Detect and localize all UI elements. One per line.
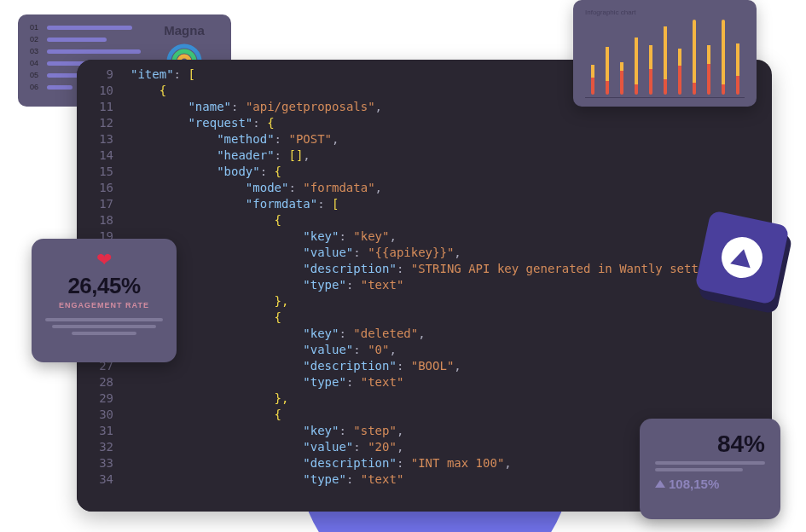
code-line: "mode": "formdata", xyxy=(130,180,758,196)
row-bar xyxy=(47,38,107,42)
bar-row: 01 xyxy=(30,23,149,32)
line-number: 16 xyxy=(77,180,113,196)
badge-circle xyxy=(718,234,767,282)
code-line: "body": { xyxy=(130,164,758,180)
line-number: 34 xyxy=(77,471,113,488)
heart-icon: ❤ xyxy=(45,251,163,269)
engagement-rate-card: ❤ 26,45% ENGAGEMENT RATE xyxy=(32,239,177,362)
code-line: "value": "0", xyxy=(130,342,758,358)
code-line: }, xyxy=(130,390,758,407)
line-number: 14 xyxy=(77,147,113,164)
chart-bar xyxy=(591,20,594,95)
line-number: 30 xyxy=(77,407,113,423)
line-number: 32 xyxy=(77,439,113,455)
triangle-up-icon xyxy=(730,247,754,269)
chart-bar xyxy=(606,20,609,95)
engagement-label: ENGAGEMENT RATE xyxy=(45,301,163,309)
code-line: "description": "STRING API key generated… xyxy=(130,261,758,277)
bar-row: 02 xyxy=(30,35,149,43)
row-number: 04 xyxy=(30,59,40,67)
chart-bar xyxy=(707,20,710,95)
chart-axis xyxy=(585,97,745,98)
percent-sub: 108,15% xyxy=(655,477,765,491)
line-number: 29 xyxy=(77,390,113,407)
row-number: 01 xyxy=(30,23,40,32)
line-number: 33 xyxy=(77,455,113,471)
line-number: 17 xyxy=(77,196,113,212)
code-line: "method": "POST", xyxy=(130,131,758,147)
triangle-badge-cube xyxy=(695,217,793,315)
triangle-up-icon xyxy=(655,480,665,488)
code-line: "formdata": [ xyxy=(130,196,758,212)
code-line: "type": "text" xyxy=(130,277,758,293)
chart-bar xyxy=(635,20,638,95)
chart-bars xyxy=(585,20,745,95)
row-number: 02 xyxy=(30,35,40,43)
code-line: { xyxy=(130,309,758,326)
row-number: 03 xyxy=(30,47,40,55)
text-placeholder-lines xyxy=(655,461,765,471)
line-number: 12 xyxy=(77,115,113,131)
chart-bar xyxy=(693,20,696,95)
chart-title: Infographic chart xyxy=(585,9,745,16)
chart-bar xyxy=(736,20,739,95)
line-number: 10 xyxy=(77,83,113,99)
bar-chart-card: Infographic chart xyxy=(573,0,757,107)
chart-bar xyxy=(620,20,623,95)
line-number: 9 xyxy=(77,66,113,83)
row-number: 06 xyxy=(30,83,40,91)
card-title: Magna xyxy=(149,23,219,38)
percent-sub-value: 108,15% xyxy=(669,477,719,491)
chart-bar xyxy=(722,20,725,95)
percent-metric-card: 84% 108,15% xyxy=(640,419,780,519)
line-number: 18 xyxy=(77,212,113,228)
code-line: { xyxy=(130,212,758,228)
code-line: }, xyxy=(130,293,758,309)
code-line: "key": "deleted", xyxy=(130,326,758,342)
code-line: "header": [], xyxy=(130,147,758,164)
row-bar xyxy=(47,26,132,30)
code-line: "description": "BOOL", xyxy=(130,358,758,374)
code-line: "key": "key", xyxy=(130,228,758,245)
line-number: 11 xyxy=(77,99,113,115)
line-number: 15 xyxy=(77,164,113,180)
engagement-percent: 26,45% xyxy=(45,273,163,299)
percent-main: 84% xyxy=(655,431,765,458)
row-bar xyxy=(47,49,141,54)
bar-row: 03 xyxy=(30,47,149,55)
code-line: "value": "{{apikey}}", xyxy=(130,245,758,261)
line-number: 31 xyxy=(77,423,113,439)
code-line: "request": { xyxy=(130,115,758,131)
row-bar xyxy=(47,85,72,90)
text-placeholder-lines xyxy=(45,318,163,335)
line-number: 28 xyxy=(77,374,113,390)
chart-bar xyxy=(678,20,681,95)
row-number: 05 xyxy=(30,71,40,79)
line-number: 13 xyxy=(77,131,113,147)
chart-bar xyxy=(649,20,652,95)
chart-bar xyxy=(664,20,667,95)
code-line: "type": "text" xyxy=(130,374,758,390)
